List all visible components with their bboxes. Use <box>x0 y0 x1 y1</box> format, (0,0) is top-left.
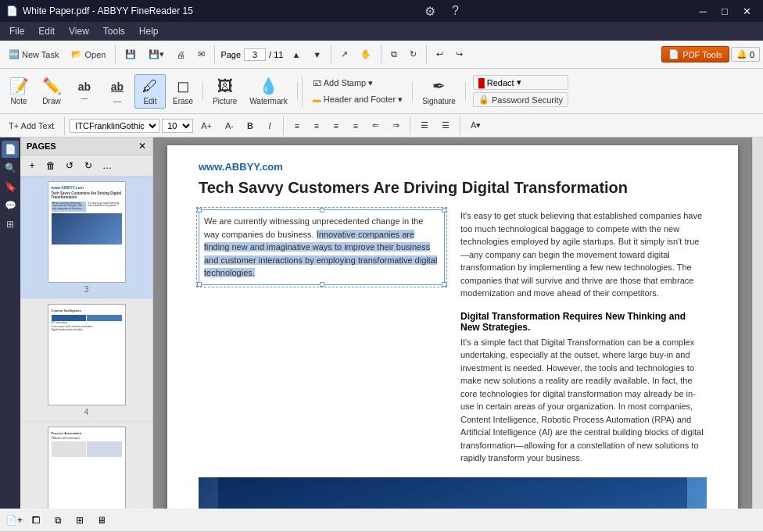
menu-tools[interactable]: Tools <box>97 24 131 38</box>
align-right-button[interactable]: ≡ <box>328 119 345 133</box>
menu-view[interactable]: View <box>63 24 95 38</box>
add-text-button[interactable]: T+ Add Text <box>3 119 59 133</box>
text-selection-box[interactable]: We are currently witnessing unprecedente… <box>199 209 445 285</box>
open-button[interactable]: 📂 Open <box>66 46 111 62</box>
sidebar-rotate-left-button[interactable]: ↺ <box>61 157 78 174</box>
undo-button[interactable]: ↩ <box>431 46 449 62</box>
sidebar-delete-button[interactable]: 🗑 <box>42 157 59 174</box>
new-task-button[interactable]: 🆕 New Task <box>3 46 64 62</box>
print-button[interactable]: 🖨 <box>171 47 191 62</box>
content-area[interactable]: www.ABBYY.com Tech Savvy Customers Are D… <box>153 137 752 509</box>
handle-bc[interactable] <box>320 282 324 287</box>
search-sidebar-button[interactable]: 🔍 <box>2 159 19 177</box>
sidebar-rotate-right-button[interactable]: ↻ <box>80 157 97 174</box>
page-extract-button[interactable]: ⧉ <box>48 511 67 530</box>
font-size-select[interactable]: 10 <box>162 119 193 133</box>
handle-bl[interactable] <box>197 282 202 287</box>
font-size-decrease-button[interactable]: A- <box>220 119 239 133</box>
close-button[interactable]: ✕ <box>736 3 757 19</box>
picture-tool[interactable]: 🖼 Picture <box>207 74 242 109</box>
document-columns: We are currently witnessing unprecedente… <box>199 209 707 465</box>
header-footer-dropdown-icon: ▾ <box>398 95 403 105</box>
handle-tl[interactable] <box>197 208 202 212</box>
rotate-icon: ↻ <box>410 49 417 59</box>
font-color-button[interactable]: A▾ <box>465 118 486 133</box>
help-icon[interactable]: ? <box>444 0 466 22</box>
right-scrollbar[interactable] <box>752 137 763 509</box>
page-view-button[interactable]: 🖥 <box>92 511 111 530</box>
save-button[interactable]: 💾 <box>120 46 141 62</box>
align-left-button[interactable]: ≡ <box>288 119 306 133</box>
header-footer-button[interactable]: ▬ Header and Footer ▾ <box>307 92 408 107</box>
draw-tool[interactable]: ✏️ Draw <box>36 73 67 109</box>
note-tool[interactable]: 📝 Note <box>3 73 34 109</box>
page-thumb-4[interactable]: Content Intelligence IDP automation... L… <box>20 299 152 422</box>
settings-icon[interactable]: ⚙ <box>419 0 441 22</box>
font-family-select[interactable]: ITCFranklinGothic <box>70 119 159 133</box>
menu-file[interactable]: File <box>3 24 30 38</box>
indent-increase-button[interactable]: ⇒ <box>387 118 405 133</box>
align-justify-button[interactable]: ≡ <box>347 119 364 133</box>
thumb-image-3: www.ABBYY.com Tech Savvy Customers Are D… <box>48 181 126 283</box>
redo-button[interactable]: ↪ <box>450 46 468 62</box>
text-ab-icon: ab <box>78 80 91 93</box>
close-sidebar-button[interactable]: ✕ <box>138 141 146 152</box>
text-underline-tool[interactable]: ab __ <box>102 77 133 105</box>
page-total: / 11 <box>267 50 285 59</box>
handle-br[interactable] <box>442 282 446 287</box>
stamp-icon: 🖃 <box>313 78 321 87</box>
add-stamp-button[interactable]: 🖃 Add Stamp ▾ <box>307 76 378 91</box>
pages-sidebar-button[interactable]: 📄 <box>2 141 19 158</box>
italic-button[interactable]: I <box>261 119 278 133</box>
page-number-input[interactable] <box>244 48 266 61</box>
redact-button[interactable]: █ Redact ▾ <box>473 75 568 90</box>
page-insert-button[interactable]: 📄+ <box>5 511 23 530</box>
left-column[interactable]: We are currently witnessing unprecedente… <box>199 209 445 465</box>
email-button[interactable]: ✉ <box>192 46 210 62</box>
page-thumb-3[interactable]: www.ABBYY.com Tech Savvy Customers Are D… <box>20 177 152 299</box>
separator-1 <box>115 45 116 64</box>
bell-icon: 🔔 <box>736 49 747 59</box>
watermark-tool[interactable]: 💧 Watermark <box>244 73 293 109</box>
section2-heading: Digital Transformation Requires New Thin… <box>460 311 707 333</box>
menu-help[interactable]: Help <box>133 24 165 38</box>
select-icon: ↗ <box>341 49 348 59</box>
svg-rect-1 <box>218 477 687 509</box>
save-as-icon: 💾▾ <box>149 49 164 59</box>
pdf-tools-button[interactable]: 📄 PDF Tools <box>661 46 729 62</box>
hand-tool-button[interactable]: ✋ <box>355 46 377 62</box>
page-split-button[interactable]: ⧠ <box>27 511 45 530</box>
rotate-button[interactable]: ↻ <box>404 46 422 62</box>
maximize-button[interactable]: □ <box>715 3 735 19</box>
erase-tool[interactable]: ◻ Erase <box>167 73 199 109</box>
save-as-button[interactable]: 💾▾ <box>143 46 170 62</box>
font-size-increase-button[interactable]: A+ <box>195 119 217 133</box>
sidebar-more-button[interactable]: … <box>99 157 116 174</box>
notifications-button[interactable]: 🔔 0 <box>731 47 760 62</box>
page-thumb-5[interactable]: Process Automation RPA tools and technol… <box>20 422 152 509</box>
bullet-list-button[interactable]: ☰ <box>415 118 434 133</box>
bookmarks-sidebar-button[interactable]: 🔖 <box>2 178 19 195</box>
handle-tr[interactable] <box>442 208 446 212</box>
signature-tool[interactable]: ✒ Signature <box>417 73 461 109</box>
page-num-4: 4 <box>84 408 89 416</box>
password-security-button[interactable]: 🔒 Password Security <box>473 92 568 107</box>
text-highlight-tool[interactable]: ab — <box>69 77 100 105</box>
copy-button[interactable]: ⧉ <box>385 46 403 62</box>
indent-decrease-button[interactable]: ⇐ <box>367 118 385 133</box>
next-page-button[interactable]: ▼ <box>307 47 327 62</box>
prev-page-button[interactable]: ▲ <box>286 47 306 62</box>
handle-tc[interactable] <box>320 208 324 212</box>
comments-sidebar-button[interactable]: 💬 <box>2 197 19 214</box>
numbered-list-button[interactable]: ☰ <box>436 118 455 133</box>
bold-button[interactable]: B <box>242 119 259 133</box>
page-combine-button[interactable]: ⊞ <box>70 511 89 530</box>
sidebar-add-button[interactable]: + <box>23 157 41 174</box>
edit-text-tool[interactable]: 🖊 Edit <box>134 74 166 109</box>
select-tool-button[interactable]: ↗ <box>335 46 353 62</box>
menu-edit[interactable]: Edit <box>32 24 61 38</box>
layers-sidebar-button[interactable]: ⊞ <box>2 216 19 233</box>
align-center-button[interactable]: ≡ <box>308 119 325 133</box>
bottom-strip: 📄+ ⧠ ⧉ ⊞ 🖥 <box>0 509 763 532</box>
minimize-button[interactable]: ─ <box>693 3 713 19</box>
